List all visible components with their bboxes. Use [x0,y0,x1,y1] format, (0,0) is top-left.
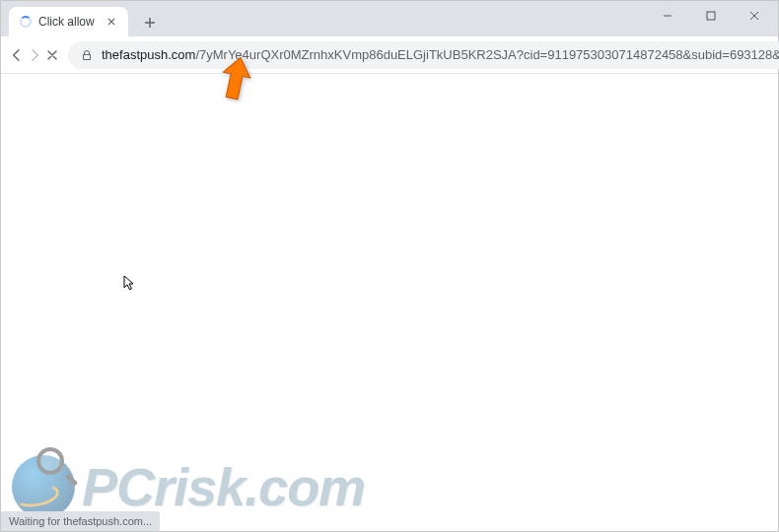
address-bar[interactable]: thefastpush.com/7yMrYe4urQXr0MZrnhxKVmp8… [68,41,779,69]
window-controls [646,1,776,31]
browser-window: Click allow [0,0,779,532]
tab-strip: Click allow [1,1,646,36]
svg-rect-0 [707,12,715,20]
new-tab-button[interactable] [136,9,164,36]
minimize-button[interactable] [646,1,689,31]
close-tab-button[interactable] [105,15,118,29]
close-window-button[interactable] [733,1,776,31]
back-button[interactable] [9,41,25,69]
status-text: Waiting for thefastpush.com... [9,515,152,527]
stop-reload-button[interactable] [44,41,60,69]
status-bar: Waiting for thefastpush.com... [1,511,160,531]
url-domain: thefastpush.com [102,47,195,62]
loading-spinner-icon [19,15,33,29]
toolbar: thefastpush.com/7yMrYe4urQXr0MZrnhxKVmp8… [1,36,778,74]
page-content [1,74,778,511]
annotation-arrow-icon [216,55,255,108]
url-path: /7yMrYe4urQXr0MZrnhxKVmp86duELGjiTkUB5KR… [195,47,779,62]
forward-button[interactable] [27,41,42,69]
mouse-cursor-icon [123,275,137,297]
lock-icon [80,48,94,62]
tab-title: Click allow [38,15,95,29]
titlebar: Click allow [1,1,778,36]
maximize-button[interactable] [689,1,733,31]
url-text: thefastpush.com/7yMrYe4urQXr0MZrnhxKVmp8… [102,47,779,62]
browser-tab[interactable]: Click allow [9,7,128,36]
